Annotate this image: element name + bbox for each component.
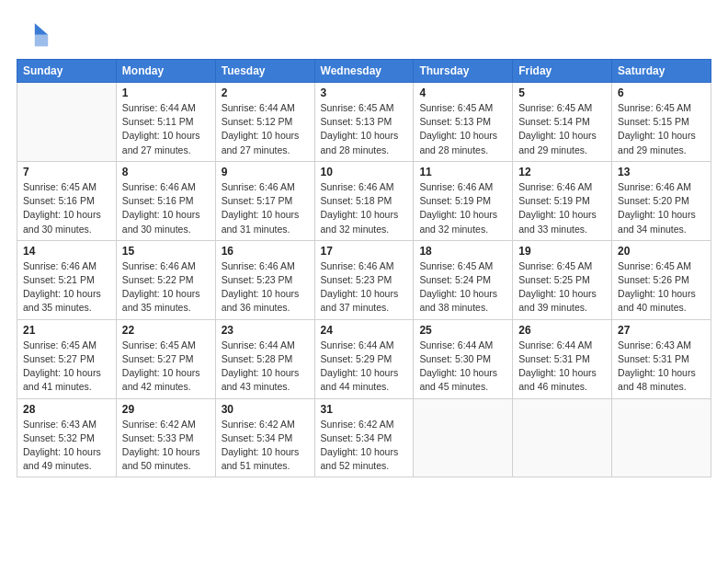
day-number: 21 [23, 324, 110, 337]
day-cell: 31Sunrise: 6:42 AMSunset: 5:34 PMDayligh… [314, 398, 414, 477]
calendar-table: SundayMondayTuesdayWednesdayThursdayFrid… [17, 59, 711, 477]
day-cell: 25Sunrise: 6:44 AMSunset: 5:30 PMDayligh… [414, 319, 513, 398]
day-number: 1 [122, 86, 210, 99]
day-info: Sunrise: 6:46 AMSunset: 5:19 PMDaylight:… [518, 180, 606, 236]
week-row-2: 7Sunrise: 6:45 AMSunset: 5:16 PMDaylight… [17, 161, 711, 240]
day-cell: 3Sunrise: 6:45 AMSunset: 5:13 PMDaylight… [314, 83, 414, 162]
day-number: 17 [321, 245, 408, 258]
weekday-sunday: Sunday [17, 60, 117, 83]
day-info: Sunrise: 6:46 AMSunset: 5:18 PMDaylight:… [321, 180, 408, 236]
day-number: 13 [618, 166, 705, 178]
day-cell: 1Sunrise: 6:44 AMSunset: 5:11 PMDaylight… [116, 83, 215, 162]
day-cell: 6Sunrise: 6:45 AMSunset: 5:15 PMDaylight… [612, 83, 711, 162]
day-info: Sunrise: 6:44 AMSunset: 5:29 PMDaylight:… [321, 339, 408, 395]
day-info: Sunrise: 6:46 AMSunset: 5:21 PMDaylight:… [23, 259, 110, 316]
day-number: 4 [419, 86, 506, 99]
day-number: 20 [618, 245, 705, 258]
weekday-thursday: Thursday [414, 60, 513, 83]
day-info: Sunrise: 6:45 AMSunset: 5:13 PMDaylight:… [419, 101, 506, 157]
week-row-1: 1Sunrise: 6:44 AMSunset: 5:11 PMDaylight… [17, 83, 711, 162]
day-info: Sunrise: 6:46 AMSunset: 5:22 PMDaylight:… [122, 259, 210, 316]
day-number: 16 [222, 245, 309, 258]
day-cell: 9Sunrise: 6:46 AMSunset: 5:17 PMDaylight… [215, 161, 314, 240]
day-cell: 27Sunrise: 6:43 AMSunset: 5:31 PMDayligh… [612, 319, 711, 398]
day-cell: 21Sunrise: 6:45 AMSunset: 5:27 PMDayligh… [17, 319, 117, 398]
day-cell: 13Sunrise: 6:46 AMSunset: 5:20 PMDayligh… [612, 161, 711, 240]
day-info: Sunrise: 6:42 AMSunset: 5:34 PMDaylight:… [222, 418, 309, 474]
day-info: Sunrise: 6:45 AMSunset: 5:16 PMDaylight:… [23, 180, 110, 236]
day-number: 9 [222, 166, 309, 178]
day-cell: 8Sunrise: 6:46 AMSunset: 5:16 PMDaylight… [116, 161, 215, 240]
day-cell: 10Sunrise: 6:46 AMSunset: 5:18 PMDayligh… [314, 161, 414, 240]
day-info: Sunrise: 6:45 AMSunset: 5:27 PMDaylight:… [23, 339, 110, 395]
day-cell [513, 398, 612, 477]
day-number: 31 [321, 403, 408, 416]
day-cell: 30Sunrise: 6:42 AMSunset: 5:34 PMDayligh… [215, 398, 314, 477]
day-number: 2 [222, 86, 309, 99]
day-info: Sunrise: 6:46 AMSunset: 5:19 PMDaylight:… [419, 180, 506, 236]
logo-icon [17, 17, 50, 50]
day-number: 14 [23, 245, 110, 258]
weekday-wednesday: Wednesday [314, 60, 414, 83]
day-cell: 22Sunrise: 6:45 AMSunset: 5:27 PMDayligh… [116, 319, 215, 398]
day-cell: 23Sunrise: 6:44 AMSunset: 5:28 PMDayligh… [215, 319, 314, 398]
day-cell: 19Sunrise: 6:45 AMSunset: 5:25 PMDayligh… [513, 240, 612, 319]
weekday-saturday: Saturday [612, 60, 711, 83]
day-number: 11 [419, 166, 506, 178]
day-info: Sunrise: 6:46 AMSunset: 5:23 PMDaylight:… [222, 259, 309, 316]
day-info: Sunrise: 6:44 AMSunset: 5:12 PMDaylight:… [222, 101, 309, 157]
day-info: Sunrise: 6:42 AMSunset: 5:34 PMDaylight:… [321, 418, 408, 474]
day-info: Sunrise: 6:44 AMSunset: 5:31 PMDaylight:… [518, 339, 606, 395]
week-row-4: 21Sunrise: 6:45 AMSunset: 5:27 PMDayligh… [17, 319, 711, 398]
day-cell: 14Sunrise: 6:46 AMSunset: 5:21 PMDayligh… [17, 240, 117, 319]
day-number: 19 [518, 245, 606, 258]
day-info: Sunrise: 6:45 AMSunset: 5:14 PMDaylight:… [518, 101, 606, 157]
day-info: Sunrise: 6:46 AMSunset: 5:16 PMDaylight:… [122, 180, 210, 236]
day-cell: 12Sunrise: 6:46 AMSunset: 5:19 PMDayligh… [513, 161, 612, 240]
week-row-5: 28Sunrise: 6:43 AMSunset: 5:32 PMDayligh… [17, 398, 711, 477]
day-info: Sunrise: 6:45 AMSunset: 5:25 PMDaylight:… [518, 259, 606, 316]
svg-marker-2 [35, 35, 48, 47]
day-info: Sunrise: 6:44 AMSunset: 5:11 PMDaylight:… [122, 101, 210, 157]
day-info: Sunrise: 6:44 AMSunset: 5:28 PMDaylight:… [222, 339, 309, 395]
day-number: 8 [122, 166, 210, 178]
weekday-header-row: SundayMondayTuesdayWednesdayThursdayFrid… [17, 60, 711, 83]
day-cell: 5Sunrise: 6:45 AMSunset: 5:14 PMDaylight… [513, 83, 612, 162]
day-cell: 26Sunrise: 6:44 AMSunset: 5:31 PMDayligh… [513, 319, 612, 398]
day-cell: 7Sunrise: 6:45 AMSunset: 5:16 PMDaylight… [17, 161, 117, 240]
day-cell: 11Sunrise: 6:46 AMSunset: 5:19 PMDayligh… [414, 161, 513, 240]
day-cell: 18Sunrise: 6:45 AMSunset: 5:24 PMDayligh… [414, 240, 513, 319]
weekday-friday: Friday [513, 60, 612, 83]
day-info: Sunrise: 6:44 AMSunset: 5:30 PMDaylight:… [419, 339, 506, 395]
day-number: 15 [122, 245, 210, 258]
day-info: Sunrise: 6:45 AMSunset: 5:24 PMDaylight:… [419, 259, 506, 316]
day-cell: 20Sunrise: 6:45 AMSunset: 5:26 PMDayligh… [612, 240, 711, 319]
day-cell: 28Sunrise: 6:43 AMSunset: 5:32 PMDayligh… [17, 398, 117, 477]
day-info: Sunrise: 6:45 AMSunset: 5:13 PMDaylight:… [321, 101, 408, 157]
day-number: 30 [222, 403, 309, 416]
day-cell [612, 398, 711, 477]
day-info: Sunrise: 6:45 AMSunset: 5:27 PMDaylight:… [122, 339, 210, 395]
week-row-3: 14Sunrise: 6:46 AMSunset: 5:21 PMDayligh… [17, 240, 711, 319]
day-info: Sunrise: 6:46 AMSunset: 5:20 PMDaylight:… [618, 180, 705, 236]
day-info: Sunrise: 6:46 AMSunset: 5:23 PMDaylight:… [321, 259, 408, 316]
day-cell: 29Sunrise: 6:42 AMSunset: 5:33 PMDayligh… [116, 398, 215, 477]
day-number: 12 [518, 166, 606, 178]
day-number: 3 [321, 86, 408, 99]
day-info: Sunrise: 6:45 AMSunset: 5:15 PMDaylight:… [618, 101, 705, 157]
day-number: 27 [618, 324, 705, 337]
day-info: Sunrise: 6:45 AMSunset: 5:26 PMDaylight:… [618, 259, 705, 316]
day-number: 6 [618, 86, 705, 99]
header [17, 17, 711, 50]
day-number: 18 [419, 245, 506, 258]
day-number: 5 [518, 86, 606, 99]
day-cell: 24Sunrise: 6:44 AMSunset: 5:29 PMDayligh… [314, 319, 414, 398]
day-cell [414, 398, 513, 477]
day-number: 25 [419, 324, 506, 337]
day-cell: 15Sunrise: 6:46 AMSunset: 5:22 PMDayligh… [116, 240, 215, 319]
day-number: 7 [23, 166, 110, 178]
day-cell: 2Sunrise: 6:44 AMSunset: 5:12 PMDaylight… [215, 83, 314, 162]
day-info: Sunrise: 6:43 AMSunset: 5:31 PMDaylight:… [618, 339, 705, 395]
day-number: 29 [122, 403, 210, 416]
day-info: Sunrise: 6:42 AMSunset: 5:33 PMDaylight:… [122, 418, 210, 474]
